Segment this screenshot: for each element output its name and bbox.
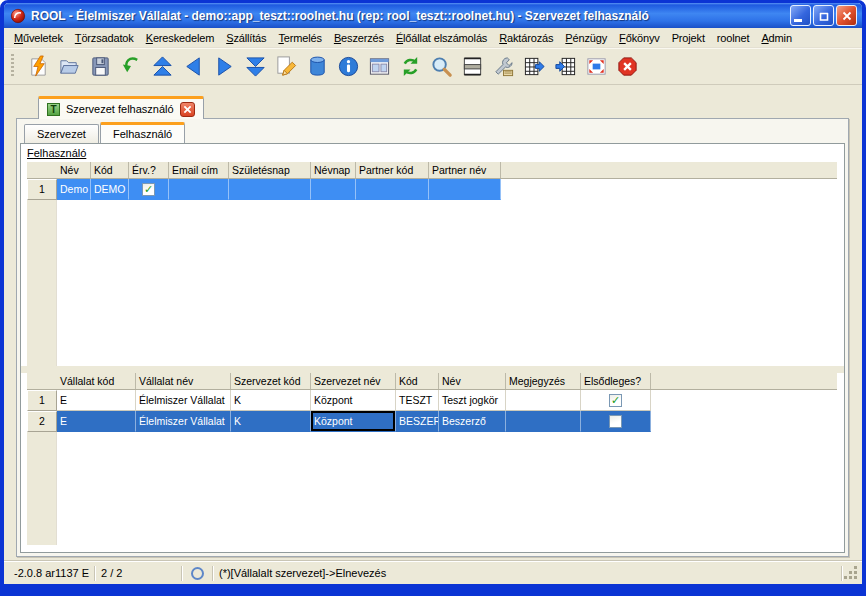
row-view-button[interactable] (457, 51, 488, 81)
column-header-vallalat-kod[interactable]: Vállalat kód (57, 373, 136, 389)
table-export-icon (523, 55, 546, 78)
table-row[interactable]: 2EÉlelmiszer VállalatKKözpontBESZERZŐBes… (27, 411, 837, 432)
grid-cell[interactable]: BESZERZŐ (396, 411, 439, 432)
next-record-button[interactable] (209, 51, 240, 81)
column-header-partner-nev[interactable]: Partner név (429, 162, 501, 178)
settings-button[interactable] (488, 51, 519, 81)
grid-cell[interactable]: DEMO (91, 179, 129, 200)
menu-item-muveletek[interactable]: Műveletek (8, 30, 69, 46)
grid-cell[interactable]: Központ (311, 411, 396, 432)
column-header-nevnap[interactable]: Névnap (311, 162, 356, 178)
document-tab[interactable]: T Szervezet felhasználó (38, 96, 204, 119)
maximize-button[interactable] (813, 5, 834, 26)
close-button[interactable] (836, 5, 857, 26)
grid-cell[interactable] (429, 179, 501, 200)
fit-screen-icon (585, 55, 608, 78)
first-record-button[interactable] (147, 51, 178, 81)
table-export-button[interactable] (519, 51, 550, 81)
grid-cell[interactable]: Teszt jogkör (439, 390, 506, 411)
undo-button[interactable] (116, 51, 147, 81)
grid-cell[interactable]: ✓ (129, 179, 169, 200)
tab-felhasznalo[interactable]: Felhasználó (100, 122, 185, 144)
column-header-erv[interactable]: Érv.? (129, 162, 169, 178)
column-header-nev[interactable]: Név (439, 373, 506, 389)
undo-icon (120, 55, 143, 78)
execute-button[interactable] (23, 51, 54, 81)
form-view-button[interactable] (364, 51, 395, 81)
row-header[interactable]: 1 (27, 390, 57, 411)
column-header-kod[interactable]: Kód (91, 162, 129, 178)
resize-grip[interactable] (842, 565, 858, 581)
grid-cell[interactable] (506, 411, 581, 432)
grid-cell[interactable] (169, 179, 229, 200)
grid-cell[interactable] (581, 411, 651, 432)
column-header-szervezet-nev[interactable]: Szervezet név (311, 373, 396, 389)
column-header-email-cim[interactable]: Email cím (169, 162, 229, 178)
toolbar-drag-handle[interactable] (11, 54, 14, 78)
save-button[interactable] (85, 51, 116, 81)
menu-item-kereskedelem[interactable]: Kereskedelem (140, 30, 221, 46)
grid-cell[interactable]: ✓ (581, 390, 651, 411)
stop-button[interactable] (612, 51, 643, 81)
column-header-nev[interactable]: Név (57, 162, 91, 178)
column-header-szuletesnap[interactable]: Születésnap (229, 162, 311, 178)
menu-item-torzsadatok[interactable]: Törzsadatok (69, 30, 140, 46)
table-import-button[interactable] (550, 51, 581, 81)
column-header-partner-kod[interactable]: Partner kód (356, 162, 429, 178)
grid-cell[interactable] (311, 179, 356, 200)
menu-item-raktarozas[interactable]: Raktározás (493, 30, 559, 46)
menu-item-admin[interactable]: Admin (755, 30, 797, 46)
column-header-kod[interactable]: Kód (396, 373, 439, 389)
checkbox-checked-icon[interactable]: ✓ (142, 183, 155, 196)
fit-screen-button[interactable] (581, 51, 612, 81)
checkbox-checked-icon[interactable]: ✓ (609, 394, 622, 407)
grid-cell[interactable] (356, 179, 429, 200)
menu-item-penzugy[interactable]: Pénzügy (559, 30, 613, 46)
menu-item-roolnet[interactable]: roolnet (711, 30, 756, 46)
grid-cell[interactable]: Beszerző (439, 411, 506, 432)
info-icon (337, 55, 360, 78)
minimize-button[interactable] (790, 5, 811, 26)
menu-item-fokonyv[interactable]: Főkönyv (613, 30, 666, 46)
info-button[interactable] (333, 51, 364, 81)
grid-cell[interactable]: Központ (311, 390, 396, 411)
refresh-icon (399, 55, 422, 78)
grid-cell[interactable]: TESZT (396, 390, 439, 411)
database-button[interactable] (302, 51, 333, 81)
row-header[interactable]: 1 (27, 179, 57, 200)
grid-cell[interactable]: K (231, 411, 311, 432)
status-indicator-wrap (182, 567, 212, 580)
grid-cell[interactable]: E (57, 411, 136, 432)
grid-cell[interactable]: Demo (57, 179, 91, 200)
edit-button[interactable] (271, 51, 302, 81)
previous-record-button[interactable] (178, 51, 209, 81)
last-record-button[interactable] (240, 51, 271, 81)
row-header[interactable]: 2 (27, 411, 57, 432)
section-label-link[interactable]: Felhasználó (27, 147, 86, 159)
menu-item-eloallat-elszamolas[interactable]: Élőállat elszámolás (390, 30, 493, 46)
grid-cell[interactable] (506, 390, 581, 411)
grid-cell[interactable]: Élelmiszer Vállalat (136, 390, 231, 411)
grid-cell[interactable] (229, 179, 311, 200)
menu-item-termeles[interactable]: Termelés (272, 30, 327, 46)
menu-item-beszerzes[interactable]: Beszerzés (328, 30, 390, 46)
grid-cell[interactable]: Élelmiszer Vállalat (136, 411, 231, 432)
table-row[interactable]: 1DemoDEMO✓ (27, 179, 837, 200)
column-header-vallalat-nev[interactable]: Vállalat név (136, 373, 231, 389)
search-button[interactable] (426, 51, 457, 81)
grid-cell[interactable]: E (57, 390, 136, 411)
grid-divider (21, 366, 844, 373)
menu-item-szallitas[interactable]: Szállítás (220, 30, 272, 46)
table-row[interactable]: 1EÉlelmiszer VállalatKKözpontTESZTTeszt … (27, 390, 837, 411)
menu-item-projekt[interactable]: Projekt (666, 30, 711, 46)
refresh-button[interactable] (395, 51, 426, 81)
checkbox-unchecked-icon[interactable] (609, 415, 622, 428)
column-header-szervezet-kod[interactable]: Szervezet kód (231, 373, 311, 389)
open-button[interactable] (54, 51, 85, 81)
document-tab-close-button[interactable] (180, 102, 195, 117)
grid-cell[interactable]: K (231, 390, 311, 411)
column-header-elsodleges[interactable]: Elsődleges? (581, 373, 651, 389)
table-import-icon (554, 55, 577, 78)
column-header-megjegyzes[interactable]: Megjegyzés (506, 373, 581, 389)
tab-szervezet[interactable]: Szervezet (24, 124, 99, 143)
